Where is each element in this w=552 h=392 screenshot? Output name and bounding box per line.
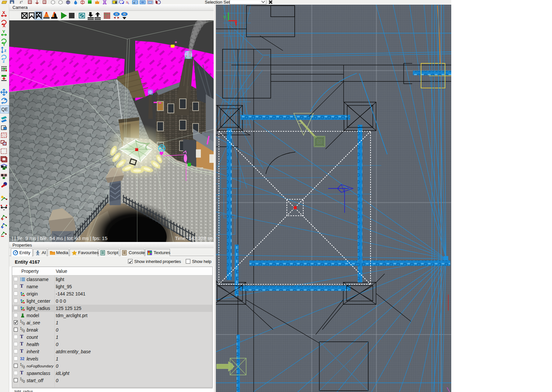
- svg-text:Y: Y: [3, 42, 6, 47]
- svg-text:Y: Y: [2, 29, 5, 34]
- svg-text:Time: 143.328 se: Time: 143.328 se: [175, 235, 213, 241]
- svg-text:L: L: [128, 1, 129, 5]
- svg-text:| | f/e: 9 ms | b/e: 54 ms | t: | | f/e: 9 ms | b/e: 54 ms | tot: 63 ms …: [12, 235, 107, 241]
- svg-text:X: X: [3, 23, 6, 28]
- svg-text:zY: zY: [20, 0, 23, 4]
- svg-text:QE: QE: [1, 107, 8, 112]
- svg-text:4: 4: [133, 1, 135, 4]
- svg-text:z: z: [3, 59, 5, 64]
- svg-text:X: X: [2, 10, 5, 15]
- svg-text:Y: Y: [223, 15, 226, 21]
- svg-text:Selection Set:: Selection Set:: [205, 0, 231, 5]
- svg-text:z: z: [4, 48, 7, 53]
